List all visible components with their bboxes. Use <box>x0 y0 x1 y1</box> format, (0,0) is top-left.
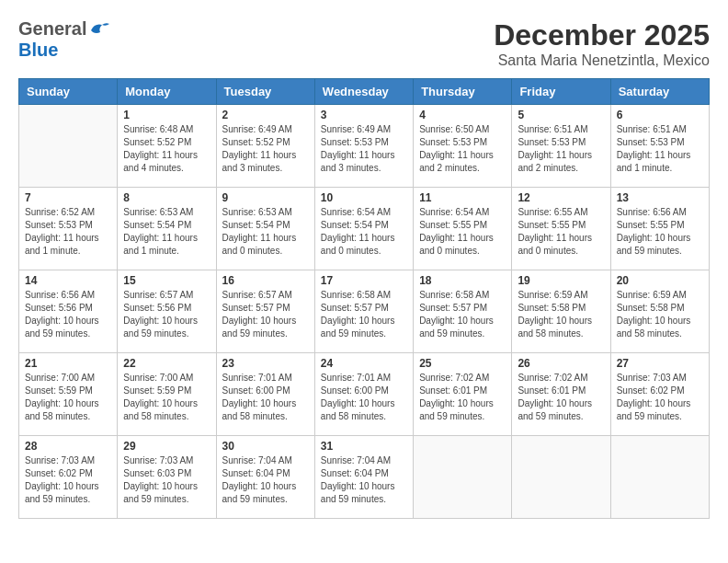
day-info: Sunrise: 6:59 AM Sunset: 5:58 PM Dayligh… <box>518 289 604 340</box>
day-info: Sunrise: 7:01 AM Sunset: 6:00 PM Dayligh… <box>321 372 407 423</box>
calendar-week-row: 14Sunrise: 6:56 AM Sunset: 5:56 PM Dayli… <box>19 270 710 353</box>
table-row: 8Sunrise: 6:53 AM Sunset: 5:54 PM Daylig… <box>118 188 216 270</box>
day-number: 2 <box>222 109 309 121</box>
logo: General Blue <box>18 18 109 61</box>
day-number: 22 <box>123 357 210 370</box>
day-number: 30 <box>222 440 309 453</box>
table-row: 25Sunrise: 7:02 AM Sunset: 6:01 PM Dayli… <box>414 353 512 436</box>
table-row <box>512 436 610 519</box>
table-row: 26Sunrise: 7:02 AM Sunset: 6:01 PM Dayli… <box>512 353 610 436</box>
day-number: 24 <box>321 357 407 370</box>
day-number: 18 <box>419 274 506 287</box>
calendar-week-row: 28Sunrise: 7:03 AM Sunset: 6:02 PM Dayli… <box>19 436 710 519</box>
table-row: 23Sunrise: 7:01 AM Sunset: 6:00 PM Dayli… <box>216 353 314 436</box>
day-number: 26 <box>518 357 604 370</box>
table-row: 21Sunrise: 7:00 AM Sunset: 5:59 PM Dayli… <box>19 353 118 436</box>
logo-bird-icon <box>89 21 109 38</box>
day-number: 16 <box>222 274 309 287</box>
calendar-table: Sunday Monday Tuesday Wednesday Thursday… <box>18 78 710 519</box>
day-info: Sunrise: 6:52 AM Sunset: 5:53 PM Dayligh… <box>25 206 111 258</box>
day-info: Sunrise: 6:54 AM Sunset: 5:54 PM Dayligh… <box>321 206 407 258</box>
day-number: 29 <box>123 440 210 453</box>
day-number: 31 <box>321 440 407 453</box>
table-row <box>414 436 512 519</box>
calendar-header-row: Sunday Monday Tuesday Wednesday Thursday… <box>19 79 710 105</box>
table-row: 14Sunrise: 6:56 AM Sunset: 5:56 PM Dayli… <box>19 270 118 353</box>
day-number: 5 <box>518 109 604 121</box>
table-row: 3Sunrise: 6:49 AM Sunset: 5:53 PM Daylig… <box>314 105 413 188</box>
month-title: December 2025 <box>494 18 710 52</box>
day-number: 15 <box>123 274 210 287</box>
day-info: Sunrise: 7:00 AM Sunset: 5:59 PM Dayligh… <box>123 372 210 423</box>
day-info: Sunrise: 7:03 AM Sunset: 6:03 PM Dayligh… <box>123 454 210 506</box>
day-number: 20 <box>617 274 703 287</box>
day-info: Sunrise: 6:57 AM Sunset: 5:57 PM Dayligh… <box>222 289 309 340</box>
logo-general: General <box>18 18 86 40</box>
table-row: 19Sunrise: 6:59 AM Sunset: 5:58 PM Dayli… <box>512 270 610 353</box>
day-number: 6 <box>617 109 703 121</box>
day-info: Sunrise: 6:51 AM Sunset: 5:53 PM Dayligh… <box>617 123 703 175</box>
day-info: Sunrise: 6:54 AM Sunset: 5:55 PM Dayligh… <box>419 206 506 258</box>
day-info: Sunrise: 6:50 AM Sunset: 5:53 PM Dayligh… <box>419 123 506 175</box>
day-info: Sunrise: 6:56 AM Sunset: 5:55 PM Dayligh… <box>617 206 703 258</box>
day-info: Sunrise: 7:02 AM Sunset: 6:01 PM Dayligh… <box>518 372 604 423</box>
day-number: 21 <box>25 357 111 370</box>
day-number: 23 <box>222 357 309 370</box>
table-row: 29Sunrise: 7:03 AM Sunset: 6:03 PM Dayli… <box>118 436 216 519</box>
day-info: Sunrise: 6:53 AM Sunset: 5:54 PM Dayligh… <box>123 206 210 258</box>
day-number: 1 <box>123 109 210 121</box>
table-row: 16Sunrise: 6:57 AM Sunset: 5:57 PM Dayli… <box>216 270 314 353</box>
day-number: 12 <box>518 191 604 204</box>
day-info: Sunrise: 6:58 AM Sunset: 5:57 PM Dayligh… <box>321 289 407 340</box>
table-row: 15Sunrise: 6:57 AM Sunset: 5:56 PM Dayli… <box>118 270 216 353</box>
day-info: Sunrise: 7:00 AM Sunset: 5:59 PM Dayligh… <box>25 372 111 423</box>
table-row: 4Sunrise: 6:50 AM Sunset: 5:53 PM Daylig… <box>414 105 512 188</box>
col-wednesday: Wednesday <box>314 79 413 105</box>
table-row: 1Sunrise: 6:48 AM Sunset: 5:52 PM Daylig… <box>118 105 216 188</box>
col-tuesday: Tuesday <box>216 79 314 105</box>
day-info: Sunrise: 6:59 AM Sunset: 5:58 PM Dayligh… <box>617 289 703 340</box>
day-info: Sunrise: 7:04 AM Sunset: 6:04 PM Dayligh… <box>222 454 309 506</box>
table-row: 17Sunrise: 6:58 AM Sunset: 5:57 PM Dayli… <box>314 270 413 353</box>
table-row: 30Sunrise: 7:04 AM Sunset: 6:04 PM Dayli… <box>216 436 314 519</box>
location-subtitle: Santa Maria Nenetzintla, Mexico <box>494 52 710 69</box>
table-row: 28Sunrise: 7:03 AM Sunset: 6:02 PM Dayli… <box>19 436 118 519</box>
calendar-week-row: 21Sunrise: 7:00 AM Sunset: 5:59 PM Dayli… <box>19 353 710 436</box>
table-row: 24Sunrise: 7:01 AM Sunset: 6:00 PM Dayli… <box>314 353 413 436</box>
col-monday: Monday <box>118 79 216 105</box>
day-number: 9 <box>222 191 309 204</box>
day-number: 7 <box>25 191 111 204</box>
col-friday: Friday <box>512 79 610 105</box>
day-info: Sunrise: 6:56 AM Sunset: 5:56 PM Dayligh… <box>25 289 111 340</box>
table-row: 18Sunrise: 6:58 AM Sunset: 5:57 PM Dayli… <box>414 270 512 353</box>
day-info: Sunrise: 7:03 AM Sunset: 6:02 PM Dayligh… <box>617 372 703 423</box>
table-row: 11Sunrise: 6:54 AM Sunset: 5:55 PM Dayli… <box>414 188 512 270</box>
day-info: Sunrise: 6:58 AM Sunset: 5:57 PM Dayligh… <box>419 289 506 340</box>
day-info: Sunrise: 7:04 AM Sunset: 6:04 PM Dayligh… <box>321 454 407 506</box>
table-row: 6Sunrise: 6:51 AM Sunset: 5:53 PM Daylig… <box>610 105 709 188</box>
table-row: 20Sunrise: 6:59 AM Sunset: 5:58 PM Dayli… <box>610 270 709 353</box>
col-thursday: Thursday <box>414 79 512 105</box>
table-row: 9Sunrise: 6:53 AM Sunset: 5:54 PM Daylig… <box>216 188 314 270</box>
day-number: 8 <box>123 191 210 204</box>
day-number: 4 <box>419 109 506 121</box>
day-info: Sunrise: 6:49 AM Sunset: 5:52 PM Dayligh… <box>222 123 309 175</box>
day-number: 25 <box>419 357 506 370</box>
day-number: 3 <box>321 109 407 121</box>
day-info: Sunrise: 6:57 AM Sunset: 5:56 PM Dayligh… <box>123 289 210 340</box>
logo-blue: Blue <box>18 40 58 60</box>
day-number: 19 <box>518 274 604 287</box>
table-row: 7Sunrise: 6:52 AM Sunset: 5:53 PM Daylig… <box>19 188 118 270</box>
col-saturday: Saturday <box>610 79 709 105</box>
table-row <box>19 105 118 188</box>
title-area: December 2025 Santa Maria Nenetzintla, M… <box>494 18 710 69</box>
day-number: 10 <box>321 191 407 204</box>
table-row: 5Sunrise: 6:51 AM Sunset: 5:53 PM Daylig… <box>512 105 610 188</box>
day-info: Sunrise: 6:48 AM Sunset: 5:52 PM Dayligh… <box>123 123 210 175</box>
table-row: 13Sunrise: 6:56 AM Sunset: 5:55 PM Dayli… <box>610 188 709 270</box>
day-info: Sunrise: 7:03 AM Sunset: 6:02 PM Dayligh… <box>25 454 111 506</box>
day-number: 28 <box>25 440 111 453</box>
day-info: Sunrise: 6:49 AM Sunset: 5:53 PM Dayligh… <box>321 123 407 175</box>
table-row: 2Sunrise: 6:49 AM Sunset: 5:52 PM Daylig… <box>216 105 314 188</box>
day-info: Sunrise: 6:53 AM Sunset: 5:54 PM Dayligh… <box>222 206 309 258</box>
